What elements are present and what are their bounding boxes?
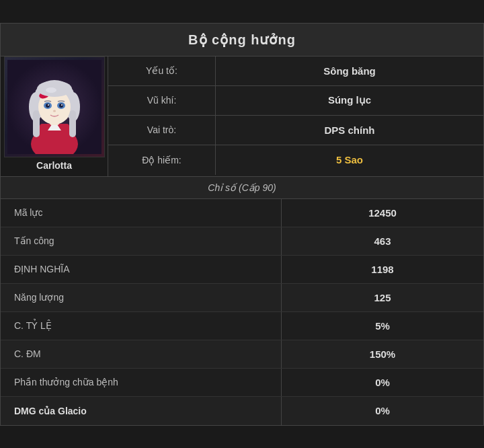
stat-label: Phần thưởng chữa bệnh	[1, 369, 282, 396]
stat-value: 12450	[282, 199, 483, 227]
character-card: Bộ cộng hưởng	[0, 23, 484, 426]
element-row: Yếu tố: Sông băng	[108, 57, 483, 86]
stat-label: Mã lực	[1, 199, 282, 227]
stat-value: 5%	[282, 312, 483, 340]
stat-value: 1198	[282, 256, 483, 283]
svg-point-17	[61, 104, 63, 106]
stats-section-header: Chỉ số (Cấp 90)	[1, 177, 483, 199]
character-avatar-svg	[7, 60, 102, 154]
rarity-label: Độ hiếm:	[108, 145, 216, 175]
stat-row: C. ĐM150%	[1, 340, 483, 369]
avatar-cell: Carlotta	[1, 57, 108, 176]
card-header: Bộ cộng hưởng	[1, 24, 483, 57]
weapon-value: Súng lục	[216, 86, 483, 115]
top-section: Carlotta Yếu tố: Sông băng Vũ khí: Súng …	[1, 57, 483, 177]
stat-row: Phần thưởng chữa bệnh0%	[1, 369, 483, 397]
weapon-label: Vũ khí:	[108, 86, 216, 115]
stat-value: 0%	[282, 369, 483, 396]
element-value: Sông băng	[216, 57, 483, 85]
svg-rect-10	[69, 110, 76, 137]
stat-row: Năng lượng125	[1, 284, 483, 312]
svg-point-16	[48, 104, 49, 106]
stats-table: Mã lực12450Tấn công463ĐỊNH NGHĨA1198Năng…	[1, 199, 483, 425]
weapon-row: Vũ khí: Súng lục	[108, 86, 483, 116]
stat-value: 0%	[282, 397, 483, 425]
stat-row: Tấn công463	[1, 227, 483, 256]
avatar-image	[4, 57, 105, 157]
stat-row: DMG của Glacio0%	[1, 397, 483, 425]
stat-row: ĐỊNH NGHĨA1198	[1, 256, 483, 284]
stat-label: ĐỊNH NGHĨA	[1, 256, 282, 283]
rarity-value: 5 Sao	[216, 145, 483, 175]
role-value: DPS chính	[216, 116, 483, 145]
svg-point-18	[53, 110, 56, 112]
stat-label: Năng lượng	[1, 284, 282, 311]
role-row: Vai trò: DPS chính	[108, 116, 483, 145]
stat-label: C. TỶ LỆ	[1, 312, 282, 340]
role-label: Vai trò:	[108, 116, 216, 145]
stat-row: C. TỶ LỆ5%	[1, 312, 483, 340]
card-title: Bộ cộng hưởng	[188, 32, 296, 47]
stat-value: 463	[282, 227, 483, 255]
svg-rect-9	[33, 110, 40, 137]
svg-point-14	[46, 104, 50, 108]
svg-point-23	[46, 87, 56, 93]
rarity-row: Độ hiếm: 5 Sao	[108, 145, 483, 175]
character-name: Carlotta	[36, 157, 72, 172]
stat-value: 150%	[282, 340, 483, 368]
stat-value: 125	[282, 284, 483, 311]
stat-label: Tấn công	[1, 227, 282, 255]
stat-row: Mã lực12450	[1, 199, 483, 227]
stat-label: C. ĐM	[1, 340, 282, 368]
element-label: Yếu tố:	[108, 57, 216, 85]
svg-point-15	[59, 104, 63, 108]
info-table: Yếu tố: Sông băng Vũ khí: Súng lục Vai t…	[108, 57, 483, 176]
stat-label: DMG của Glacio	[1, 397, 282, 425]
